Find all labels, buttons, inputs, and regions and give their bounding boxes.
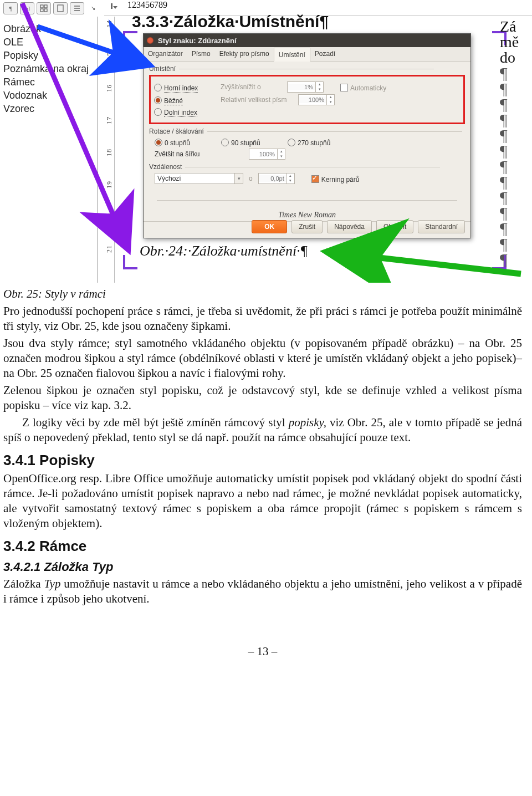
page-number: – 13 – (3, 644, 522, 659)
figure-25: ¶ [a] ↘ Obrázek OLE Popisky Poznámka na … (0, 0, 532, 283)
vertical-ruler: 14 15 16 17 18 19 20 21 (0, 17, 103, 283)
figure-caption-24: Obr.·24:·Záložka·umístnění·¶ (140, 243, 308, 259)
raise-label: Zvýšit/snížit o (221, 83, 282, 91)
frame-corner-icon (123, 31, 137, 45)
help-button[interactable]: Nápověda (327, 220, 372, 233)
ruler-number: 9 (163, 0, 167, 9)
chk-auto[interactable] (340, 84, 348, 91)
svg-rect-4 (58, 5, 63, 12)
radio-270deg[interactable] (288, 139, 295, 146)
radio-superscript[interactable] (154, 84, 162, 91)
dialog-title: Styl znaku: Zdůraznění (158, 37, 237, 45)
paragraph: OpenOffice.org resp. Libre Office umožňu… (3, 471, 522, 531)
ruler-number: 1 (127, 0, 132, 9)
ruler-number: 20 (105, 213, 114, 221)
tb-pilcrow-icon[interactable]: ¶ (3, 2, 18, 14)
radio-0deg[interactable] (155, 139, 162, 146)
ok-button[interactable]: OK (252, 220, 287, 233)
svg-rect-0 (40, 5, 43, 8)
svg-rect-3 (44, 9, 47, 12)
radio-subscript[interactable] (154, 108, 162, 116)
tb-page-icon[interactable] (53, 2, 68, 14)
char-style-dialog: Styl znaku: Zdůraznění Organizátor Písmo… (143, 33, 471, 238)
heading-342: 3.4.2 Rámce (3, 539, 522, 554)
ruler-number: 18 (105, 149, 114, 156)
ruler-number: 14 (105, 20, 114, 28)
opt-label: 270 stupňů (298, 139, 330, 147)
ruler-number: 6 (150, 0, 154, 9)
ruler-number: 19 (105, 181, 114, 188)
ruler-number: 16 (105, 84, 114, 92)
hruler-numbers: 123456789 (127, 0, 532, 11)
relsize-label: Relativní velikost písm (221, 96, 293, 104)
ruler-number: 8 (158, 0, 163, 9)
svg-rect-1 (44, 5, 47, 8)
paragraph: Z logiky věci by zde měl být ještě zmíně… (3, 415, 522, 445)
group-position: Umístění Horní index Zvýšit/snížit o ▴▾ … (149, 65, 465, 124)
chk-kerning[interactable] (311, 175, 319, 183)
paragraph: Záložka Typ umožňuje nastavit u rámce a … (3, 576, 522, 606)
scale-label: Zvětšit na šířku (155, 150, 243, 158)
group-title: Umístění (149, 65, 465, 73)
page-right-cutoff: Zá mě do ¶¶ ¶¶ ¶¶ ¶¶ ¶¶ ¶¶ ¶ (500, 19, 530, 267)
chk-label: Automaticky (350, 84, 386, 92)
reset-button[interactable]: Obnovit (376, 220, 413, 233)
tab-organizator[interactable]: Organizátor (144, 47, 187, 61)
dialog-titlebar[interactable]: Styl znaku: Zdůraznění (144, 34, 470, 47)
raise-spinner[interactable]: ▴▾ (287, 81, 324, 93)
figure-caption-25: Obr. 25: Styly v rámci (3, 287, 522, 302)
ruler-number: 21 (105, 245, 114, 253)
tab-efekty[interactable]: Efekty pro písmo (215, 47, 274, 61)
frame-corner-icon (123, 255, 137, 269)
ruler-number: 2 (132, 0, 136, 9)
ruler-number: 3 (136, 0, 141, 9)
opt-label: Dolní index (164, 109, 197, 117)
ruler-number: 4 (141, 0, 145, 9)
tab-umisteni[interactable]: Umístění (274, 48, 310, 62)
cancel-button[interactable]: Zrušit (291, 220, 323, 233)
preview-sample: Times New Roman (144, 200, 470, 222)
red-highlight-box: Horní index Zvýšit/snížit o ▴▾ Automatic… (149, 75, 465, 124)
doc-heading-333: 3.3.3·Záložka·Umístnění¶ (132, 12, 329, 31)
opt-label: Horní index (164, 84, 198, 93)
tb-arrow-icon[interactable]: ↘ (86, 2, 100, 13)
spacing-select[interactable]: Výchozí (155, 173, 235, 184)
tab-pismo[interactable]: Písmo (187, 47, 215, 61)
opt-label: 0 stupňů (165, 139, 190, 147)
ruler-number: 7 (154, 0, 158, 9)
ruler-number: 5 (145, 0, 150, 9)
paragraph: Jsou dva styly rámce; styl samotného vkl… (3, 336, 522, 381)
ruler-number: 15 (105, 52, 114, 60)
scale-spinner[interactable]: ▴▾ (249, 149, 285, 160)
relsize-spinner[interactable]: ▴▾ (298, 94, 335, 105)
group-spacing: Vzdálenost Výchozí ▾ o ▴▾ Kerning párů (149, 163, 465, 184)
document-body: Obr. 25: Styly v rámci Pro jednodušší po… (0, 283, 532, 659)
close-icon[interactable] (147, 37, 154, 44)
dialog-tabs: Organizátor Písmo Efekty pro písmo Umíst… (144, 47, 470, 62)
heading-3421: 3.4.2.1 Záložka Typ (3, 559, 522, 574)
paragraph: Zelenou šipkou je označen styl popisku, … (3, 383, 522, 413)
heading-341: 3.4.1 Popisky (3, 453, 522, 468)
paragraph: Pro jednodušší pochopení práce s rámci, … (3, 304, 522, 334)
tab-pozadi[interactable]: Pozadí (310, 47, 340, 61)
dialog-buttonbar: OK Zrušit Nápověda Obnovit Standardní (252, 220, 465, 233)
svg-rect-2 (40, 9, 43, 12)
opt-label: 90 stupňů (231, 139, 260, 147)
ruler-number: 17 (105, 116, 114, 124)
radio-90deg[interactable] (221, 139, 229, 146)
group-title: Rotace / škálování (149, 127, 465, 135)
group-rotation: Rotace / škálování 0 stupňů 90 stupňů 27… (149, 127, 465, 160)
writer-toolbar: ¶ [a] ↘ (3, 2, 100, 14)
by-label: o (249, 175, 253, 182)
tb-list-icon[interactable] (70, 2, 84, 14)
tb-char-icon[interactable]: [a] (20, 2, 34, 14)
radio-normal[interactable] (154, 96, 162, 104)
opt-label: Běžné (164, 97, 183, 105)
chk-label: Kerning párů (321, 176, 360, 183)
tb-grid-icon[interactable] (37, 2, 51, 14)
group-title: Vzdálenost (149, 163, 465, 171)
standard-button[interactable]: Standardní (418, 220, 465, 233)
tab-stop-icon (110, 2, 121, 13)
by-spinner[interactable]: ▴▾ (258, 173, 295, 184)
